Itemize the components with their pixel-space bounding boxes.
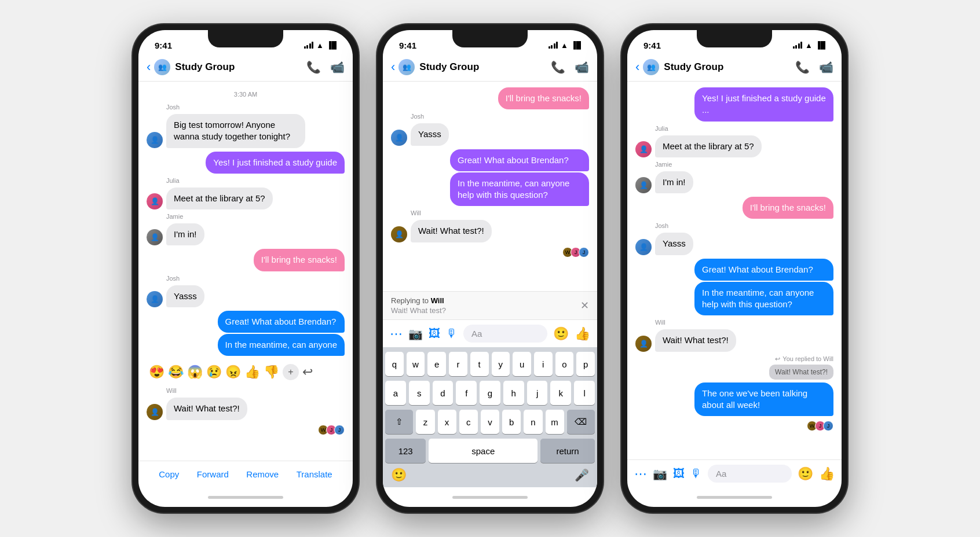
message-bubble-blue-2[interactable]: In the meantime, can anyone [218,334,345,356]
key-f[interactable]: f [456,381,477,405]
key-h[interactable]: h [503,381,524,405]
message-row: 👤 Yasss [147,285,345,307]
key-v[interactable]: v [481,410,499,434]
camera-icon[interactable]: 📷 [653,467,667,481]
key-shift[interactable]: ⇧ [385,410,413,434]
key-return[interactable]: return [540,439,595,463]
phone-call-icon[interactable]: 📞 [551,60,565,74]
emoji-icon[interactable]: 🙂 [798,466,813,481]
video-call-icon[interactable]: 📹 [575,60,589,74]
key-o[interactable]: o [555,352,574,376]
key-space[interactable]: space [429,439,537,463]
message-bubble-outgoing[interactable]: Yes! I just finished a study guide [206,152,345,174]
key-d[interactable]: d [433,381,454,405]
reaction-thumbdown[interactable]: 👎 [264,365,279,380]
message-bubble[interactable]: I'm in! [166,223,204,245]
key-g[interactable]: g [480,381,500,405]
group-avatar[interactable]: 👥 [643,59,659,75]
key-m[interactable]: m [546,410,564,434]
key-p[interactable]: p [576,352,595,376]
message-input[interactable]: Aa [708,465,792,483]
phone-call-icon[interactable]: 📞 [795,60,810,74]
forward-button[interactable]: Forward [197,469,229,479]
phone-call-icon[interactable]: 📞 [306,60,321,74]
message-bubble-will[interactable]: Wait! What test?! [166,398,247,420]
key-r[interactable]: r [449,352,467,376]
group-avatar[interactable]: 👥 [154,59,170,75]
gallery-icon[interactable]: 🖼 [429,327,440,340]
back-button[interactable]: ‹ [147,60,151,75]
message-bubble-pink[interactable]: I'll bring the snacks! [743,197,833,219]
key-x[interactable]: x [438,410,456,434]
message-bubble-purple[interactable]: Great! What about Brendan? [450,149,589,171]
message-bubble[interactable]: Yasss [655,233,693,255]
camera-icon[interactable]: 📷 [408,327,423,341]
message-row-outgoing: Great! What about Brendan? In the meanti… [635,259,833,316]
thumbup-icon[interactable]: 👍 [819,466,835,481]
reaction-cry[interactable]: 😢 [206,365,222,380]
key-t[interactable]: t [470,352,489,376]
reaction-plus-button[interactable]: + [283,364,299,380]
message-bubble-blue[interactable]: Great! What about Brendan? [694,259,833,281]
emoji-icon[interactable]: 🙂 [553,326,569,341]
message-bubble-purple[interactable]: Yes! I just finished a study guide ... [694,87,833,122]
message-bubble[interactable]: Meet at the library at 5? [166,187,273,209]
key-y[interactable]: y [492,352,510,376]
key-w[interactable]: w [407,352,425,376]
back-button[interactable]: ‹ [635,60,639,75]
mic-icon[interactable]: 🎙 [690,467,702,480]
message-bubble[interactable]: Big test tomorrow! Anyone wanna study to… [166,114,305,148]
key-c[interactable]: c [459,410,478,434]
gallery-icon[interactable]: 🖼 [673,467,685,480]
message-bubble-purple-2[interactable]: In the meantime, can anyone help with th… [450,172,589,207]
reply-close-button[interactable]: ✕ [580,299,589,312]
reaction-love[interactable]: 😍 [149,365,164,380]
key-z[interactable]: z [416,410,434,434]
thumbup-icon[interactable]: 👍 [575,326,590,341]
translate-button[interactable]: Translate [297,469,332,479]
key-num[interactable]: 123 [385,439,426,463]
emoji-keyboard-icon[interactable]: 🙂 [391,468,407,483]
copy-button[interactable]: Copy [159,469,179,479]
apps-icon[interactable]: ⋯ [634,466,647,481]
key-u[interactable]: u [513,352,531,376]
key-l[interactable]: l [574,381,595,405]
message-bubble-blue[interactable]: Great! What about Brendan? [218,311,345,333]
reaction-angry[interactable]: 😠 [225,365,241,380]
message-bubble[interactable]: Meet at the library at 5? [655,135,762,157]
reaction-shock[interactable]: 😱 [187,365,203,380]
group-avatar[interactable]: 👥 [398,59,415,75]
message-bubble[interactable]: Yasss [166,285,204,307]
key-n[interactable]: n [524,410,542,434]
replying-to-name: Will [431,296,444,305]
mic-icon[interactable]: 🎙 [446,327,458,340]
message-bubble-reply[interactable]: The one we've been talking about all wee… [694,382,833,417]
message-bubble-blue-2[interactable]: In the meantime, can anyone help with th… [694,282,833,316]
key-s[interactable]: s [409,381,430,405]
mic-keyboard-icon[interactable]: 🎤 [575,468,589,482]
key-a[interactable]: a [385,381,406,405]
message-bubble-will[interactable]: Wait! What test?! [655,329,736,351]
key-q[interactable]: q [385,352,404,376]
message-bubble-pink[interactable]: I'll bring the snacks! [498,87,589,109]
message-input[interactable]: Aa [463,325,547,343]
apps-icon[interactable]: ⋯ [390,326,403,341]
phone-screen-2: 9:41 ▲ ▐█ ‹ 👥 Study Group 📞 📹 I'll b [383,30,597,507]
message-bubble[interactable]: I'm in! [655,171,693,193]
back-button[interactable]: ‹ [391,60,395,75]
key-delete[interactable]: ⌫ [567,410,595,434]
reaction-thumbup[interactable]: 👍 [244,365,260,380]
key-b[interactable]: b [502,410,521,434]
video-call-icon[interactable]: 📹 [819,60,833,74]
key-j[interactable]: j [527,381,548,405]
video-call-icon[interactable]: 📹 [330,60,345,74]
message-bubble-will[interactable]: Wait! What test?! [411,220,492,242]
key-k[interactable]: k [550,381,571,405]
message-bubble[interactable]: Yasss [411,123,449,145]
message-bubble-pink[interactable]: I'll bring the snacks! [254,249,345,271]
reaction-reply[interactable]: ↩ [302,365,313,380]
key-i[interactable]: i [534,352,553,376]
reaction-laugh[interactable]: 😂 [168,365,184,380]
remove-button[interactable]: Remove [246,469,279,479]
key-e[interactable]: e [427,352,446,376]
